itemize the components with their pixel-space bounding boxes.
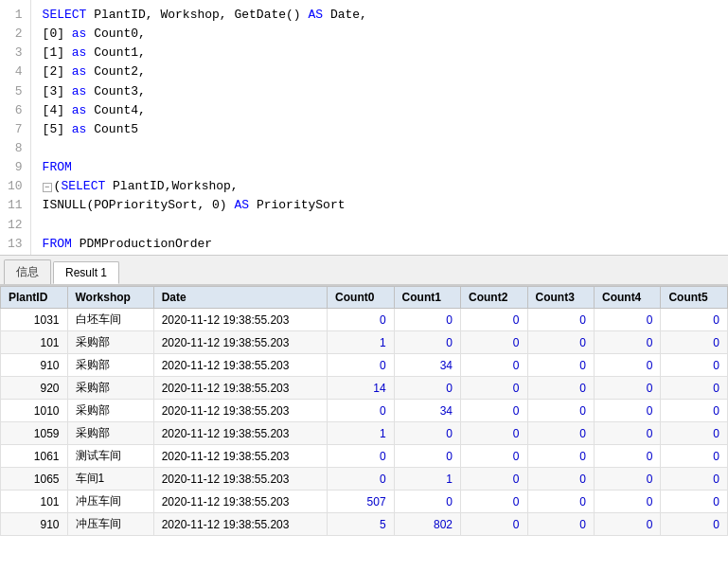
line-number-8: 8	[8, 139, 23, 158]
table-cell: 0	[661, 468, 728, 491]
table-cell: 0	[661, 513, 728, 536]
tab-info[interactable]: 信息	[4, 259, 51, 284]
code-line-10: −(SELECT PlantID,Workshop,	[43, 177, 717, 196]
table-cell: 0	[394, 422, 460, 445]
table-cell: 1010	[1, 400, 68, 422]
table-cell: 0	[461, 309, 527, 331]
line-number-10: 10	[8, 177, 23, 196]
table-cell: 0	[661, 354, 728, 377]
grid-header-plantid: PlantID	[1, 287, 68, 309]
table-cell: 2020-11-12 19:38:55.203	[153, 354, 327, 377]
table-cell: 2020-11-12 19:38:55.203	[153, 468, 327, 491]
table-cell: 0	[661, 491, 728, 513]
table-row: 1031白坯车间2020-11-12 19:38:55.203000000	[1, 309, 728, 331]
table-cell: 0	[661, 400, 728, 422]
table-cell: 0	[394, 445, 460, 468]
table-cell: 0	[594, 331, 660, 354]
table-cell: 0	[527, 513, 594, 536]
table-cell: 0	[461, 513, 527, 536]
table-cell: 1	[328, 331, 394, 354]
grid-header-count2: Count2	[461, 287, 527, 309]
tab-result1[interactable]: Result 1	[53, 261, 119, 284]
table-cell: 采购部	[67, 377, 153, 400]
table-cell: 2020-11-12 19:38:55.203	[153, 513, 327, 536]
table-cell: 0	[328, 468, 394, 491]
code-line-4: [2] as Count2,	[43, 62, 717, 81]
table-cell: 1061	[1, 445, 68, 468]
table-row: 1061测试车间2020-11-12 19:38:55.203000000	[1, 445, 728, 468]
code-content[interactable]: SELECT PlantID, Workshop, GetDate() AS D…	[31, 0, 728, 255]
table-row: 101冲压车间2020-11-12 19:38:55.20350700000	[1, 491, 728, 513]
code-line-3: [1] as Count1,	[43, 44, 717, 62]
table-cell: 0	[527, 422, 594, 445]
table-cell: 采购部	[67, 400, 153, 422]
code-line-13: FROM PDMProductionOrder	[43, 235, 717, 254]
table-cell: 0	[328, 400, 394, 422]
table-cell: 采购部	[67, 331, 153, 354]
table-cell: 0	[594, 377, 660, 400]
table-cell: 0	[527, 377, 594, 400]
table-cell: 802	[394, 513, 460, 536]
result-panel: 信息 Result 1 PlantIDWorkshopDateCount0Cou…	[0, 256, 728, 571]
code-line-2: [0] as Count0,	[43, 25, 717, 44]
table-row: 910冲压车间2020-11-12 19:38:55.20358020000	[1, 513, 728, 536]
table-cell: 1	[394, 468, 460, 491]
table-cell: 910	[1, 354, 68, 377]
table-cell: 2020-11-12 19:38:55.203	[153, 377, 327, 400]
table-cell: 101	[1, 331, 68, 354]
code-line-6: [4] as Count4,	[43, 101, 717, 120]
grid-header-count1: Count1	[394, 287, 460, 309]
table-cell: 0	[394, 377, 460, 400]
table-cell: 0	[394, 309, 460, 331]
table-cell: 0	[661, 377, 728, 400]
table-cell: 0	[594, 354, 660, 377]
code-line-9: FROM	[43, 158, 717, 177]
table-cell: 2020-11-12 19:38:55.203	[153, 445, 327, 468]
table-cell: 34	[394, 354, 460, 377]
table-cell: 34	[394, 400, 460, 422]
table-cell: 0	[461, 400, 527, 422]
table-cell: 0	[594, 445, 660, 468]
table-cell: 0	[461, 377, 527, 400]
table-cell: 0	[594, 309, 660, 331]
table-cell: 920	[1, 377, 68, 400]
table-cell: 0	[461, 422, 527, 445]
grid-header-workshop: Workshop	[67, 287, 153, 309]
line-number-9: 9	[8, 158, 23, 177]
table-cell: 2020-11-12 19:38:55.203	[153, 309, 327, 331]
table-cell: 0	[461, 468, 527, 491]
code-line-11: ISNULL(POPrioritySort, 0) AS PrioritySor…	[43, 196, 717, 215]
table-cell: 采购部	[67, 354, 153, 377]
grid-header-count0: Count0	[328, 287, 394, 309]
collapse-marker[interactable]: −	[43, 183, 52, 192]
grid-header-count5: Count5	[661, 287, 728, 309]
table-cell: 0	[461, 445, 527, 468]
table-cell: 2020-11-12 19:38:55.203	[153, 331, 327, 354]
table-cell: 0	[661, 422, 728, 445]
data-grid-wrapper[interactable]: PlantIDWorkshopDateCount0Count1Count2Cou…	[0, 284, 728, 571]
line-number-3: 3	[8, 44, 23, 62]
line-number-4: 4	[8, 62, 23, 81]
grid-header-count3: Count3	[527, 287, 594, 309]
table-cell: 车间1	[67, 468, 153, 491]
line-number-12: 12	[8, 216, 23, 235]
line-number-5: 5	[8, 82, 23, 101]
table-cell: 0	[461, 331, 527, 354]
table-cell: 测试车间	[67, 445, 153, 468]
table-cell: 0	[328, 309, 394, 331]
table-cell: 0	[328, 354, 394, 377]
table-cell: 0	[527, 491, 594, 513]
table-row: 1065车间12020-11-12 19:38:55.203010000	[1, 468, 728, 491]
table-cell: 0	[594, 491, 660, 513]
table-cell: 0	[527, 400, 594, 422]
table-cell: 0	[594, 400, 660, 422]
table-cell: 0	[394, 331, 460, 354]
table-cell: 白坯车间	[67, 309, 153, 331]
table-cell: 0	[527, 331, 594, 354]
line-number-1: 1	[8, 6, 23, 25]
code-editor: 12345678910111213141516 SELECT PlantID, …	[0, 0, 728, 256]
code-line-7: [5] as Count5	[43, 120, 717, 139]
table-cell: 0	[394, 491, 460, 513]
table-cell: 冲压车间	[67, 513, 153, 536]
table-cell: 2020-11-12 19:38:55.203	[153, 491, 327, 513]
